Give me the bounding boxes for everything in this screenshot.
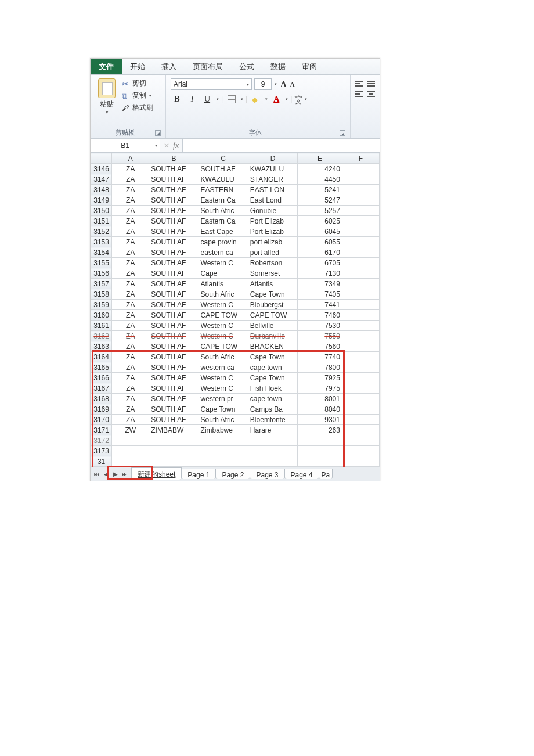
table-row[interactable]: 3165ZASOUTH AFwestern cacape town7800: [91, 362, 380, 373]
row-header[interactable]: 3146: [91, 164, 112, 174]
cell[interactable]: Gonubie: [248, 206, 297, 216]
tab-insert[interactable]: 插入: [153, 59, 185, 74]
cell[interactable]: Somerset: [248, 268, 297, 279]
cell[interactable]: SOUTH AF: [149, 341, 199, 352]
cell[interactable]: ZA: [112, 226, 149, 237]
cell[interactable]: Fish Hoek: [248, 383, 297, 394]
cell[interactable]: 8001: [298, 394, 342, 404]
cell[interactable]: 4450: [298, 174, 342, 185]
cell[interactable]: 5241: [298, 185, 342, 195]
cell[interactable]: [342, 321, 379, 331]
sheet-tab-page1[interactable]: Page 1: [181, 469, 216, 479]
tab-formulas[interactable]: 公式: [231, 59, 262, 74]
cell[interactable]: 9301: [298, 415, 342, 425]
sheet-tab-new[interactable]: 新建的sheet: [131, 467, 182, 480]
cell[interactable]: 6055: [298, 237, 342, 247]
cell[interactable]: [342, 185, 379, 195]
cell[interactable]: SOUTH AF: [149, 258, 199, 268]
underline-dropdown-icon[interactable]: ▾: [217, 97, 219, 102]
cell[interactable]: [298, 456, 342, 467]
cell[interactable]: port alfed: [248, 247, 297, 258]
fx-icon[interactable]: fx: [173, 141, 179, 150]
cell[interactable]: ZA: [112, 279, 149, 289]
cell[interactable]: ZA: [112, 258, 149, 268]
cell[interactable]: 7130: [298, 268, 342, 279]
row-header[interactable]: 3147: [91, 174, 112, 185]
row-header[interactable]: 3172: [91, 435, 112, 446]
cell[interactable]: [112, 456, 149, 467]
font-size-dropdown-icon[interactable]: ▾: [275, 82, 277, 87]
cell[interactable]: SOUTH AF: [149, 362, 199, 373]
row-header[interactable]: 3157: [91, 279, 112, 289]
cell[interactable]: KWAZULU: [248, 164, 297, 174]
cell[interactable]: EAST LON: [248, 185, 297, 195]
cell[interactable]: East Cape: [199, 226, 248, 237]
cell[interactable]: Zimbabwe: [199, 425, 248, 435]
cell[interactable]: [149, 446, 199, 456]
underline-button[interactable]: U: [201, 93, 214, 105]
table-row[interactable]: 3166ZASOUTH AFWestern CCape Town7925: [91, 373, 380, 383]
cell[interactable]: Atlantis: [248, 279, 297, 289]
cell[interactable]: port elizab: [248, 237, 297, 247]
row-header[interactable]: 3161: [91, 321, 112, 331]
shrink-font-button[interactable]: A: [289, 81, 296, 88]
cell[interactable]: ZA: [112, 404, 149, 415]
copy-dropdown-icon[interactable]: ▾: [149, 93, 151, 98]
cell[interactable]: [342, 289, 379, 300]
table-row[interactable]: 3172: [91, 435, 380, 446]
cell[interactable]: 6025: [298, 216, 342, 226]
cell[interactable]: Cape Town: [248, 352, 297, 362]
cell[interactable]: ZA: [112, 341, 149, 352]
cell[interactable]: ZA: [112, 321, 149, 331]
sheet-nav-last-icon[interactable]: ⏭: [121, 471, 129, 477]
name-box[interactable]: B1 ▾: [91, 139, 160, 152]
cell[interactable]: SOUTH AF: [149, 415, 199, 425]
tab-data[interactable]: 数据: [262, 59, 294, 74]
cell[interactable]: ZA: [112, 216, 149, 226]
table-row[interactable]: 3155ZASOUTH AFWestern CRobertson6705: [91, 258, 380, 268]
cell[interactable]: [342, 226, 379, 237]
row-header[interactable]: 3166: [91, 373, 112, 383]
cell[interactable]: [112, 435, 149, 446]
cell[interactable]: [298, 435, 342, 446]
cell[interactable]: STANGER: [248, 174, 297, 185]
table-row[interactable]: 3163ZASOUTH AFCAPE TOWBRACKEN7560: [91, 341, 380, 352]
cell[interactable]: SOUTH AF: [149, 195, 199, 206]
cell[interactable]: cape town: [248, 394, 297, 404]
cell[interactable]: SOUTH AF: [149, 164, 199, 174]
cell[interactable]: 7550: [298, 331, 342, 341]
sheet-tab-page2[interactable]: Page 2: [215, 469, 250, 479]
cell[interactable]: ZA: [112, 394, 149, 404]
bold-button[interactable]: B: [171, 93, 183, 105]
cell[interactable]: 7405: [298, 289, 342, 300]
cell[interactable]: [342, 195, 379, 206]
cell[interactable]: Cape Town: [199, 404, 248, 415]
sheet-tab-more[interactable]: Pa: [319, 469, 333, 479]
cell[interactable]: [342, 258, 379, 268]
cell[interactable]: Durbanville: [248, 331, 297, 341]
row-header[interactable]: 31: [91, 456, 112, 467]
table-row[interactable]: 3158ZASOUTH AFSouth AfricCape Town7405: [91, 289, 380, 300]
cell[interactable]: Western C: [199, 373, 248, 383]
col-header-A[interactable]: A: [112, 153, 149, 164]
cell[interactable]: [342, 446, 379, 456]
col-header-E[interactable]: E: [298, 153, 342, 164]
cell[interactable]: [199, 435, 248, 446]
cell[interactable]: ZA: [112, 383, 149, 394]
cell[interactable]: [342, 425, 379, 435]
cell[interactable]: 7530: [298, 321, 342, 331]
table-row[interactable]: 3171ZWZIMBABWZimbabweHarare263: [91, 425, 380, 435]
cell[interactable]: Bloemfonte: [248, 415, 297, 425]
tab-home[interactable]: 开始: [122, 59, 153, 74]
table-row[interactable]: 3149ZASOUTH AFEastern CaEast Lond5247: [91, 195, 380, 206]
row-header[interactable]: 3173: [91, 446, 112, 456]
table-row[interactable]: 3162ZASOUTH AFWestern CDurbanville7550: [91, 331, 380, 341]
cell[interactable]: Western C: [199, 331, 248, 341]
col-header-B[interactable]: B: [149, 153, 199, 164]
row-header[interactable]: 3168: [91, 394, 112, 404]
cell[interactable]: [342, 216, 379, 226]
font-color-button[interactable]: A: [270, 93, 283, 105]
cell[interactable]: ZA: [112, 185, 149, 195]
cell[interactable]: SOUTH AF: [149, 300, 199, 310]
cell[interactable]: [342, 237, 379, 247]
